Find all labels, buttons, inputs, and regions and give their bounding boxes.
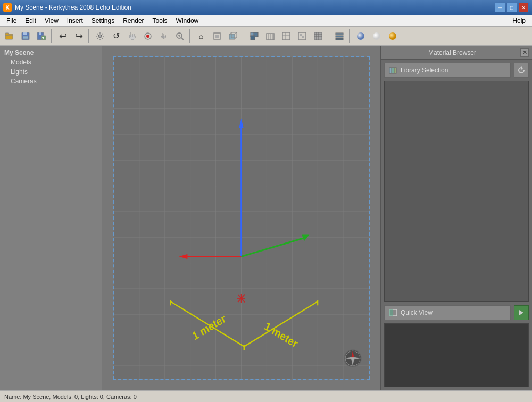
svg-rect-3 [23,32,27,35]
right-panel: Material Browser ✕ Library Selection [380,46,532,390]
close-button[interactable]: ✕ [518,3,529,12]
svg-rect-91 [392,68,394,73]
obj-button1[interactable] [226,29,240,44]
svg-rect-95 [389,309,393,316]
layer-button[interactable] [332,29,347,44]
svg-rect-23 [251,36,255,40]
minimize-button[interactable]: ─ [495,3,505,12]
svg-rect-92 [394,68,396,73]
library-selection-row: Library Selection [381,60,532,81]
title-bar: K My Scene - Kerkythea 2008 Echo Edition… [0,0,532,15]
menu-render[interactable]: Render [119,16,148,26]
svg-point-42 [357,32,364,40]
mat-button2[interactable] [369,29,384,44]
viewport[interactable]: 1 meter 1 meter [102,46,380,390]
maximize-button[interactable]: □ [506,3,517,12]
mat-button3[interactable] [385,29,400,44]
svg-rect-33 [302,36,304,38]
record-button[interactable] [140,29,155,44]
menu-window[interactable]: Window [172,16,203,26]
open-button[interactable] [2,29,17,44]
compass-rose [343,349,362,368]
svg-rect-28 [282,32,290,40]
mat-button1[interactable] [353,29,368,44]
tree-item-lights[interactable]: Lights [0,67,102,77]
svg-marker-93 [521,66,523,70]
fit-button[interactable] [210,29,225,44]
svg-rect-1 [5,33,9,35]
menu-bar: File Edit View Insert Settings Render To… [0,15,532,27]
toolbar-sep-1 [51,29,53,43]
library-selection-label: Library Selection [401,66,448,74]
svg-point-10 [146,35,149,38]
tree-item-cameras[interactable]: Cameras [0,77,102,86]
svg-point-44 [389,32,396,40]
saveas-button[interactable] [34,29,49,44]
status-bar: Name: My Scene, Models: 0, Lights: 0, Ca… [0,390,532,402]
material-browser-close-button[interactable]: ✕ [520,48,529,57]
quick-view-label: Quick View [401,309,433,316]
svg-rect-32 [300,34,302,36]
viewport-canvas[interactable]: 1 meter 1 meter [114,57,369,379]
svg-rect-16 [229,34,235,39]
toolbar-sep-2 [88,29,90,43]
app-icon: K [3,3,12,12]
menu-insert[interactable]: Insert [63,16,87,26]
menu-edit[interactable]: Edit [21,16,40,26]
svg-marker-96 [519,310,523,315]
play-icon [518,309,525,316]
cube-button1[interactable] [247,29,262,44]
material-list-area [384,81,529,302]
main-layout: My Scene Models Lights Cameras [0,46,532,390]
rotate-button[interactable]: ↺ [109,29,123,44]
cube-button2[interactable] [263,29,278,44]
cube-button3[interactable] [279,29,294,44]
svg-rect-34 [314,32,322,40]
material-browser-title: Material Browser [384,49,520,56]
preview-area [384,323,529,387]
library-refresh-button[interactable] [514,63,529,78]
quick-view-icon [389,309,397,316]
cube-button5[interactable] [311,29,326,44]
quick-view-row: Quick View [381,305,532,323]
home-view-button[interactable]: ⌂ [194,29,209,44]
svg-rect-6 [39,32,41,35]
svg-rect-41 [336,38,343,40]
quick-view-button[interactable]: Quick View [384,305,511,320]
save-button[interactable] [18,29,33,44]
menu-tools[interactable]: Tools [148,16,172,26]
toolbar-sep-4 [243,29,245,43]
toolbar-sep-3 [189,29,192,43]
svg-point-8 [98,35,102,38]
tree-item-models[interactable]: Models [0,57,102,67]
settings-button[interactable] [93,29,107,44]
menu-file[interactable]: File [2,16,21,26]
undo-button[interactable]: ↩ [55,29,70,44]
menu-view[interactable]: View [40,16,63,26]
hand-button[interactable] [124,29,139,44]
viewport-border: 1 meter 1 meter [113,56,370,380]
svg-rect-40 [336,36,343,37]
cube-button4[interactable] [295,29,310,44]
tree-item-myscene[interactable]: My Scene [0,48,102,57]
svg-line-12 [181,38,184,40]
toolbar: ↩ ↪ ↺ ⌂ [0,27,532,46]
svg-rect-39 [336,33,343,35]
quick-view-action-button[interactable] [514,305,529,320]
redo-button[interactable]: ↪ [71,29,86,44]
svg-marker-69 [179,254,187,259]
material-browser-header: Material Browser ✕ [381,46,532,60]
svg-rect-4 [23,36,28,39]
window-controls: ─ □ ✕ [495,3,529,12]
zoom-button[interactable] [172,29,187,44]
svg-marker-68 [239,119,244,128]
toolbar-sep-5 [328,29,330,43]
menu-settings[interactable]: Settings [87,16,119,26]
svg-line-67 [242,237,306,256]
library-selection-button[interactable]: Library Selection [384,63,511,78]
status-text: Name: My Scene, Models: 0, Lights: 0, Ca… [4,393,137,400]
toolbar-sep-6 [349,29,351,43]
scene-tree: My Scene Models Lights Cameras [0,46,102,390]
menu-help[interactable]: Help [508,16,530,26]
grab-button[interactable] [156,29,171,44]
